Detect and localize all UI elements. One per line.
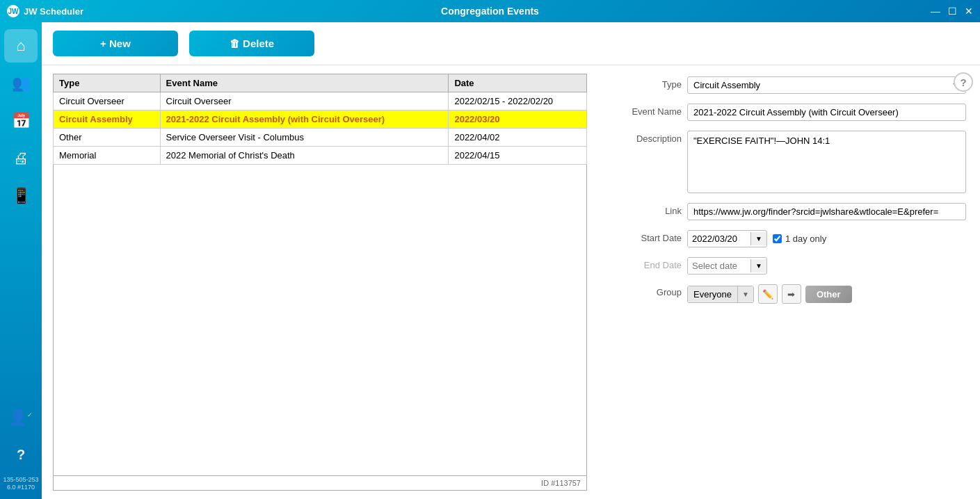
one-day-only-checkbox[interactable] bbox=[773, 234, 782, 243]
sidebar-item-congregation[interactable]: 👥 bbox=[4, 67, 38, 100]
form-row-end-date: End Date ▼ bbox=[612, 257, 966, 275]
content-area: + New 🗑 Delete Type Event Name Date Circ… bbox=[42, 22, 980, 499]
table-empty-area bbox=[53, 165, 587, 476]
form-row-event-name: Event Name bbox=[612, 104, 966, 121]
group-dropdown-btn[interactable]: ▼ bbox=[737, 286, 753, 302]
form-row-group: Group Everyone ▼ ✏️ ➡ Other bbox=[612, 284, 966, 304]
print-icon: 🖨 bbox=[13, 149, 29, 167]
group-controls: Everyone ▼ ✏️ ➡ Other bbox=[687, 284, 852, 304]
col-date: Date bbox=[449, 74, 587, 92]
new-button[interactable]: + New bbox=[53, 31, 178, 56]
event-name-input[interactable] bbox=[687, 104, 966, 121]
window-controls: — ☐ ✕ bbox=[930, 6, 974, 17]
event-name-label: Event Name bbox=[612, 104, 682, 117]
start-date-dropdown-btn[interactable]: ▼ bbox=[750, 232, 766, 245]
type-label: Type bbox=[612, 76, 682, 90]
home-icon: ⌂ bbox=[16, 37, 25, 55]
one-day-only-text: 1 day only bbox=[785, 234, 826, 244]
group-edit-button[interactable]: ✏️ bbox=[758, 284, 778, 304]
panels: Type Event Name Date Circuit OverseerCir… bbox=[42, 65, 980, 499]
table-row[interactable]: Circuit OverseerCircuit Overseer2022/02/… bbox=[54, 92, 587, 111]
start-date-wrapper: ▼ bbox=[687, 230, 767, 247]
mobile-icon: 📱 bbox=[12, 187, 31, 205]
events-table: Type Event Name Date Circuit OverseerCir… bbox=[53, 74, 587, 165]
arrow-right-icon: ➡ bbox=[787, 289, 795, 300]
table-header-row: Type Event Name Date bbox=[54, 74, 587, 92]
group-select[interactable]: Everyone bbox=[688, 286, 737, 302]
help-icon: ? bbox=[17, 447, 25, 463]
delete-button[interactable]: 🗑 Delete bbox=[189, 31, 314, 56]
app-title-area: JW JW Scheduler bbox=[7, 5, 83, 17]
table-footer: ID #113757 bbox=[53, 476, 587, 491]
sidebar-item-mobile[interactable]: 📱 bbox=[4, 179, 38, 213]
group-label: Group bbox=[612, 284, 682, 297]
close-button[interactable]: ✕ bbox=[963, 6, 974, 17]
calendar-icon: 📅 bbox=[12, 112, 31, 130]
start-date-input[interactable] bbox=[688, 231, 750, 247]
form-row-link: Link bbox=[612, 203, 966, 220]
one-day-only-label[interactable]: 1 day only bbox=[773, 234, 826, 244]
sidebar: ⌂ 👥 📅 🖨 📱 👤✓ ? 135-505-253 6.0 #1170 bbox=[0, 22, 42, 499]
form-row-description: Description bbox=[612, 131, 966, 193]
group-arrow-button[interactable]: ➡ bbox=[782, 284, 801, 304]
congregation-icon: 👥 bbox=[12, 74, 31, 92]
edit-icon: ✏️ bbox=[762, 289, 773, 300]
link-input[interactable] bbox=[687, 203, 966, 220]
col-event-name: Event Name bbox=[160, 74, 449, 92]
table-row[interactable]: Memorial2022 Memorial of Christ's Death2… bbox=[54, 147, 587, 165]
window-title: Congregation Events bbox=[441, 6, 539, 17]
description-textarea[interactable] bbox=[687, 131, 966, 193]
left-panel: Type Event Name Date Circuit OverseerCir… bbox=[42, 65, 598, 499]
sidebar-item-calendar[interactable]: 📅 bbox=[4, 104, 38, 138]
form-row-type: Type Circuit AssemblyCircuit OverseerMem… bbox=[612, 76, 966, 94]
minimize-button[interactable]: — bbox=[930, 6, 941, 17]
title-bar: JW JW Scheduler Congregation Events — ☐ … bbox=[0, 0, 980, 22]
app-icon: JW bbox=[7, 5, 19, 17]
start-date-label: Start Date bbox=[612, 230, 682, 243]
table-row[interactable]: Circuit Assembly2021-2022 Circuit Assemb… bbox=[54, 111, 587, 129]
end-date-wrapper: ▼ bbox=[687, 257, 767, 275]
sidebar-item-print[interactable]: 🖨 bbox=[4, 142, 38, 175]
end-date-input[interactable] bbox=[688, 258, 750, 274]
form-row-start-date: Start Date ▼ 1 day only bbox=[612, 230, 966, 247]
record-id: ID #113757 bbox=[541, 479, 581, 487]
col-type: Type bbox=[54, 74, 161, 92]
maximize-button[interactable]: ☐ bbox=[947, 6, 958, 17]
user-check-icon: 👤✓ bbox=[8, 409, 33, 427]
version-info: 135-505-253 6.0 #1170 bbox=[3, 476, 38, 492]
sidebar-item-home[interactable]: ⌂ bbox=[4, 29, 38, 63]
sidebar-item-help[interactable]: ? bbox=[4, 439, 38, 472]
help-button[interactable]: ? bbox=[954, 72, 973, 92]
app-name: JW Scheduler bbox=[24, 6, 83, 17]
end-date-dropdown-btn[interactable]: ▼ bbox=[750, 259, 766, 272]
sidebar-bottom: 👤✓ ? 135-505-253 6.0 #1170 bbox=[3, 401, 38, 492]
end-date-label: End Date bbox=[612, 257, 682, 270]
toolbar: + New 🗑 Delete bbox=[42, 22, 980, 65]
right-panel: ? Type Circuit AssemblyCircuit OverseerM… bbox=[598, 65, 980, 499]
table-row[interactable]: OtherService Overseer Visit - Columbus20… bbox=[54, 129, 587, 147]
main-layout: ⌂ 👥 📅 🖨 📱 👤✓ ? 135-505-253 6.0 #1170 + bbox=[0, 22, 980, 499]
description-label: Description bbox=[612, 131, 682, 144]
group-select-wrapper: Everyone ▼ bbox=[687, 286, 754, 303]
start-date-controls: ▼ 1 day only bbox=[687, 230, 826, 247]
sidebar-item-user[interactable]: 👤✓ bbox=[4, 401, 38, 434]
link-label: Link bbox=[612, 203, 682, 216]
other-button[interactable]: Other bbox=[805, 286, 852, 303]
type-select[interactable]: Circuit AssemblyCircuit OverseerMemorial… bbox=[687, 76, 966, 94]
